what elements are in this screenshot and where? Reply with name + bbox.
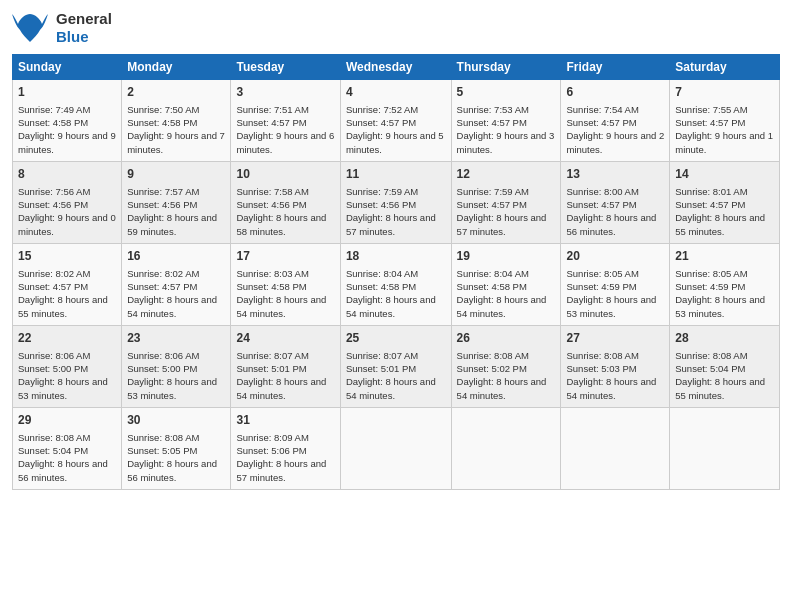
calendar-row: 8Sunrise: 7:56 AMSunset: 4:56 PMDaylight… bbox=[13, 162, 780, 244]
day-number: 18 bbox=[346, 248, 446, 265]
calendar-cell: 9Sunrise: 7:57 AMSunset: 4:56 PMDaylight… bbox=[122, 162, 231, 244]
day-number: 22 bbox=[18, 330, 116, 347]
calendar-cell bbox=[561, 408, 670, 490]
calendar-row: 22Sunrise: 8:06 AMSunset: 5:00 PMDayligh… bbox=[13, 326, 780, 408]
day-info: Sunrise: 7:49 AMSunset: 4:58 PMDaylight:… bbox=[18, 103, 116, 156]
day-number: 7 bbox=[675, 84, 774, 101]
calendar-cell: 4Sunrise: 7:52 AMSunset: 4:57 PMDaylight… bbox=[340, 80, 451, 162]
col-header-saturday: Saturday bbox=[670, 55, 780, 80]
day-info: Sunrise: 8:07 AMSunset: 5:01 PMDaylight:… bbox=[346, 349, 446, 402]
day-info: Sunrise: 8:05 AMSunset: 4:59 PMDaylight:… bbox=[675, 267, 774, 320]
col-header-friday: Friday bbox=[561, 55, 670, 80]
calendar-cell: 28Sunrise: 8:08 AMSunset: 5:04 PMDayligh… bbox=[670, 326, 780, 408]
calendar-cell bbox=[340, 408, 451, 490]
calendar-cell: 22Sunrise: 8:06 AMSunset: 5:00 PMDayligh… bbox=[13, 326, 122, 408]
day-number: 6 bbox=[566, 84, 664, 101]
day-number: 5 bbox=[457, 84, 556, 101]
day-info: Sunrise: 7:53 AMSunset: 4:57 PMDaylight:… bbox=[457, 103, 556, 156]
logo-bird-icon bbox=[12, 10, 48, 46]
day-info: Sunrise: 8:05 AMSunset: 4:59 PMDaylight:… bbox=[566, 267, 664, 320]
day-info: Sunrise: 7:59 AMSunset: 4:57 PMDaylight:… bbox=[457, 185, 556, 238]
day-number: 30 bbox=[127, 412, 225, 429]
calendar-cell: 7Sunrise: 7:55 AMSunset: 4:57 PMDaylight… bbox=[670, 80, 780, 162]
day-info: Sunrise: 8:03 AMSunset: 4:58 PMDaylight:… bbox=[236, 267, 334, 320]
day-number: 1 bbox=[18, 84, 116, 101]
day-info: Sunrise: 8:01 AMSunset: 4:57 PMDaylight:… bbox=[675, 185, 774, 238]
day-number: 13 bbox=[566, 166, 664, 183]
day-number: 8 bbox=[18, 166, 116, 183]
day-info: Sunrise: 7:52 AMSunset: 4:57 PMDaylight:… bbox=[346, 103, 446, 156]
header-row: SundayMondayTuesdayWednesdayThursdayFrid… bbox=[13, 55, 780, 80]
day-number: 24 bbox=[236, 330, 334, 347]
calendar-cell: 29Sunrise: 8:08 AMSunset: 5:04 PMDayligh… bbox=[13, 408, 122, 490]
calendar-cell: 17Sunrise: 8:03 AMSunset: 4:58 PMDayligh… bbox=[231, 244, 340, 326]
col-header-wednesday: Wednesday bbox=[340, 55, 451, 80]
day-number: 3 bbox=[236, 84, 334, 101]
day-info: Sunrise: 8:08 AMSunset: 5:04 PMDaylight:… bbox=[18, 431, 116, 484]
col-header-sunday: Sunday bbox=[13, 55, 122, 80]
header: General Blue bbox=[12, 10, 780, 46]
day-number: 11 bbox=[346, 166, 446, 183]
day-number: 21 bbox=[675, 248, 774, 265]
day-number: 25 bbox=[346, 330, 446, 347]
day-number: 14 bbox=[675, 166, 774, 183]
day-info: Sunrise: 8:04 AMSunset: 4:58 PMDaylight:… bbox=[457, 267, 556, 320]
calendar-cell: 21Sunrise: 8:05 AMSunset: 4:59 PMDayligh… bbox=[670, 244, 780, 326]
calendar-cell: 13Sunrise: 8:00 AMSunset: 4:57 PMDayligh… bbox=[561, 162, 670, 244]
calendar-cell: 15Sunrise: 8:02 AMSunset: 4:57 PMDayligh… bbox=[13, 244, 122, 326]
calendar-cell: 20Sunrise: 8:05 AMSunset: 4:59 PMDayligh… bbox=[561, 244, 670, 326]
calendar-cell: 31Sunrise: 8:09 AMSunset: 5:06 PMDayligh… bbox=[231, 408, 340, 490]
col-header-thursday: Thursday bbox=[451, 55, 561, 80]
calendar-cell: 3Sunrise: 7:51 AMSunset: 4:57 PMDaylight… bbox=[231, 80, 340, 162]
day-info: Sunrise: 7:55 AMSunset: 4:57 PMDaylight:… bbox=[675, 103, 774, 156]
calendar-row: 1Sunrise: 7:49 AMSunset: 4:58 PMDaylight… bbox=[13, 80, 780, 162]
calendar-row: 15Sunrise: 8:02 AMSunset: 4:57 PMDayligh… bbox=[13, 244, 780, 326]
calendar-cell: 25Sunrise: 8:07 AMSunset: 5:01 PMDayligh… bbox=[340, 326, 451, 408]
calendar-cell: 2Sunrise: 7:50 AMSunset: 4:58 PMDaylight… bbox=[122, 80, 231, 162]
calendar-cell: 5Sunrise: 7:53 AMSunset: 4:57 PMDaylight… bbox=[451, 80, 561, 162]
page-container: General Blue SundayMondayTuesdayWednesda… bbox=[0, 0, 792, 500]
day-info: Sunrise: 8:04 AMSunset: 4:58 PMDaylight:… bbox=[346, 267, 446, 320]
day-info: Sunrise: 7:56 AMSunset: 4:56 PMDaylight:… bbox=[18, 185, 116, 238]
day-number: 2 bbox=[127, 84, 225, 101]
day-number: 19 bbox=[457, 248, 556, 265]
calendar-cell: 1Sunrise: 7:49 AMSunset: 4:58 PMDaylight… bbox=[13, 80, 122, 162]
calendar-cell: 11Sunrise: 7:59 AMSunset: 4:56 PMDayligh… bbox=[340, 162, 451, 244]
day-number: 27 bbox=[566, 330, 664, 347]
col-header-tuesday: Tuesday bbox=[231, 55, 340, 80]
day-number: 26 bbox=[457, 330, 556, 347]
day-info: Sunrise: 7:51 AMSunset: 4:57 PMDaylight:… bbox=[236, 103, 334, 156]
calendar-cell: 24Sunrise: 8:07 AMSunset: 5:01 PMDayligh… bbox=[231, 326, 340, 408]
calendar-cell: 12Sunrise: 7:59 AMSunset: 4:57 PMDayligh… bbox=[451, 162, 561, 244]
calendar-cell: 14Sunrise: 8:01 AMSunset: 4:57 PMDayligh… bbox=[670, 162, 780, 244]
day-number: 9 bbox=[127, 166, 225, 183]
calendar-row: 29Sunrise: 8:08 AMSunset: 5:04 PMDayligh… bbox=[13, 408, 780, 490]
day-info: Sunrise: 7:59 AMSunset: 4:56 PMDaylight:… bbox=[346, 185, 446, 238]
calendar-cell: 8Sunrise: 7:56 AMSunset: 4:56 PMDaylight… bbox=[13, 162, 122, 244]
calendar-cell bbox=[670, 408, 780, 490]
day-info: Sunrise: 8:07 AMSunset: 5:01 PMDaylight:… bbox=[236, 349, 334, 402]
calendar-cell: 30Sunrise: 8:08 AMSunset: 5:05 PMDayligh… bbox=[122, 408, 231, 490]
day-number: 16 bbox=[127, 248, 225, 265]
day-info: Sunrise: 8:08 AMSunset: 5:03 PMDaylight:… bbox=[566, 349, 664, 402]
day-number: 23 bbox=[127, 330, 225, 347]
calendar-cell: 10Sunrise: 7:58 AMSunset: 4:56 PMDayligh… bbox=[231, 162, 340, 244]
calendar-cell: 19Sunrise: 8:04 AMSunset: 4:58 PMDayligh… bbox=[451, 244, 561, 326]
day-number: 17 bbox=[236, 248, 334, 265]
day-info: Sunrise: 8:06 AMSunset: 5:00 PMDaylight:… bbox=[127, 349, 225, 402]
day-number: 28 bbox=[675, 330, 774, 347]
day-info: Sunrise: 8:08 AMSunset: 5:05 PMDaylight:… bbox=[127, 431, 225, 484]
day-info: Sunrise: 8:06 AMSunset: 5:00 PMDaylight:… bbox=[18, 349, 116, 402]
logo-general: General bbox=[56, 10, 112, 28]
calendar-cell: 18Sunrise: 8:04 AMSunset: 4:58 PMDayligh… bbox=[340, 244, 451, 326]
calendar-table: SundayMondayTuesdayWednesdayThursdayFrid… bbox=[12, 54, 780, 490]
calendar-cell: 26Sunrise: 8:08 AMSunset: 5:02 PMDayligh… bbox=[451, 326, 561, 408]
calendar-cell: 16Sunrise: 8:02 AMSunset: 4:57 PMDayligh… bbox=[122, 244, 231, 326]
calendar-cell: 27Sunrise: 8:08 AMSunset: 5:03 PMDayligh… bbox=[561, 326, 670, 408]
day-number: 20 bbox=[566, 248, 664, 265]
day-number: 12 bbox=[457, 166, 556, 183]
day-number: 31 bbox=[236, 412, 334, 429]
day-number: 29 bbox=[18, 412, 116, 429]
col-header-monday: Monday bbox=[122, 55, 231, 80]
day-info: Sunrise: 7:50 AMSunset: 4:58 PMDaylight:… bbox=[127, 103, 225, 156]
